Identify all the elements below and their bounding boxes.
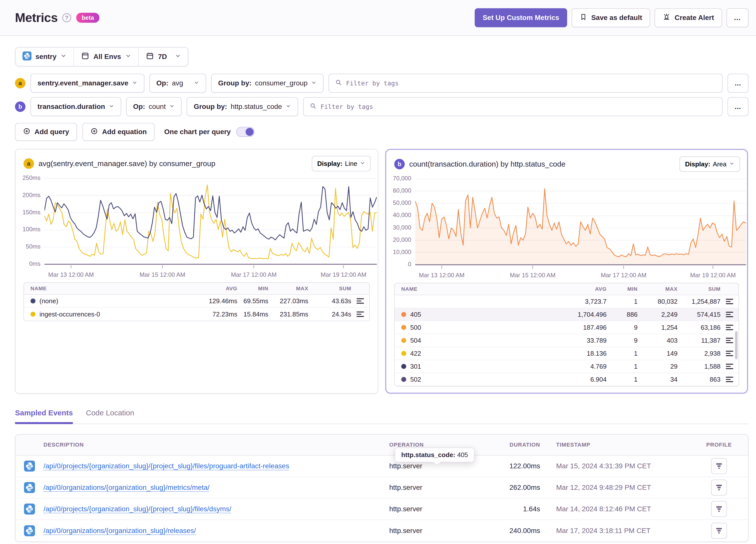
setup-custom-metrics-button[interactable]: Set Up Custom Metrics xyxy=(475,8,567,27)
area-chart[interactable]: 010,00020,00030,00040,00050,00060,00070,… xyxy=(386,176,746,278)
legend-column-sum[interactable]: SUM xyxy=(678,286,721,292)
series-name: 405 xyxy=(410,311,421,318)
chart-title: avg(sentry.event_manager.save) by consum… xyxy=(38,159,215,168)
series-name: ingest-occurrences-0 xyxy=(39,310,100,318)
y-axis-tick-label: 200ms xyxy=(15,192,40,199)
row-filter-icon[interactable] xyxy=(721,311,739,318)
legend-row[interactable]: 3,723.7180,0321,254,887 xyxy=(395,295,739,308)
one-chart-per-query-toggle[interactable] xyxy=(236,127,255,137)
legend-column-min[interactable]: MIN xyxy=(607,286,638,292)
legend-row[interactable]: ingest-occurrences-072.23ms15.84ms231.85… xyxy=(24,308,369,321)
series-stat: 403 xyxy=(638,337,678,344)
legend-row[interactable]: 5026.904134863 xyxy=(395,373,739,386)
row-filter-icon[interactable] xyxy=(351,311,369,317)
query-badge-a: a xyxy=(23,158,34,169)
column-description: DESCRIPTION xyxy=(43,442,389,448)
event-description-link[interactable]: /api/0/projects/{organization_slug}/{pro… xyxy=(43,462,289,470)
series-stat: 1 xyxy=(607,298,638,305)
legend-row[interactable]: 3014.7691291,588 xyxy=(395,360,739,373)
chart-panel-b-header: b count(transaction.duration) by http.st… xyxy=(386,150,747,172)
legend-scrollbar[interactable] xyxy=(735,331,738,359)
event-timestamp: Mar 15, 2024 4:31:39 PM CET xyxy=(540,462,690,470)
series-stat: 129.46ms xyxy=(190,297,237,305)
x-axis-tick-label: Mar 13 12:00 AM xyxy=(419,272,465,278)
python-project-icon xyxy=(15,482,43,493)
event-description-link[interactable]: /api/0/projects/{organization_slug}/{pro… xyxy=(43,505,231,513)
add-query-button[interactable]: Add query xyxy=(15,123,77,141)
row-filter-icon[interactable] xyxy=(721,376,739,383)
filter-by-tags-input[interactable]: Filter by tags xyxy=(329,74,723,93)
series-stat: 63,186 xyxy=(678,324,721,331)
series-stat: 1,704.496 xyxy=(559,311,607,318)
legend-column-avg[interactable]: AVG xyxy=(559,286,607,292)
op-select[interactable]: Op: count xyxy=(126,97,182,116)
series-stat: 24.34s xyxy=(308,310,351,318)
series-name: (none) xyxy=(39,297,58,305)
event-operation: http.server xyxy=(389,527,484,535)
chart-title: count(transaction.duration) by http.stat… xyxy=(409,160,565,168)
profile-button[interactable] xyxy=(711,501,727,517)
legend-row[interactable]: 4051,704.4968862,249574,415 xyxy=(395,308,739,321)
legend-column-max[interactable]: MAX xyxy=(268,285,308,291)
metric-select[interactable]: sentry.event_manager.save xyxy=(30,74,144,93)
date-range-selector[interactable]: 7D xyxy=(138,47,188,66)
y-axis-tick-label: 0ms xyxy=(15,260,40,267)
series-stat: 1 xyxy=(607,376,638,383)
help-icon[interactable]: ? xyxy=(62,13,71,22)
python-project-icon xyxy=(15,525,43,536)
profile-button[interactable] xyxy=(711,523,727,539)
legend-row[interactable]: 500187.49691,25463,186 xyxy=(395,321,739,334)
event-description-link[interactable]: /api/0/organizations/{organization_slug}… xyxy=(43,527,196,535)
query-b-more-button[interactable]: … xyxy=(728,97,749,116)
one-chart-per-query-label: One chart per query xyxy=(164,128,231,136)
row-filter-icon[interactable] xyxy=(721,363,739,370)
search-icon xyxy=(310,102,317,111)
calendar-icon xyxy=(146,52,154,62)
project-name: sentry xyxy=(35,53,56,61)
x-axis-tick-label: Mar 17 12:00 AM xyxy=(231,271,277,277)
group-by-select[interactable]: Group by: http.status_code xyxy=(187,97,298,116)
create-alert-button[interactable]: Create Alert xyxy=(655,8,722,27)
chart-panel-a: a avg(sentry.event_manager.save) by cons… xyxy=(15,149,378,394)
legend-column-sum[interactable]: SUM xyxy=(308,285,351,291)
legend-row[interactable]: 50433.789940311,387 xyxy=(395,334,739,347)
query-a-more-button[interactable]: … xyxy=(728,74,749,93)
profile-button[interactable] xyxy=(711,458,727,474)
profile-button[interactable] xyxy=(711,480,727,496)
series-name: 502 xyxy=(410,376,421,383)
query-actions: Add query Add equation One chart per que… xyxy=(15,123,749,141)
header-actions: Set Up Custom Metrics Save as default Cr… xyxy=(475,8,749,27)
metric-select[interactable]: transaction.duration xyxy=(30,97,121,116)
series-color-dot xyxy=(401,377,406,382)
row-filter-icon[interactable] xyxy=(351,298,369,304)
series-stat: 69.55ms xyxy=(237,297,268,305)
display-type-select[interactable]: Display: Area xyxy=(680,156,740,172)
project-selector[interactable]: sentry xyxy=(15,47,73,66)
row-filter-icon[interactable] xyxy=(721,298,739,305)
add-equation-button[interactable]: Add equation xyxy=(82,123,155,141)
legend-column-name[interactable]: NAME xyxy=(24,285,190,291)
filter-by-tags-input[interactable]: Filter by tags xyxy=(303,97,723,116)
legend-column-name[interactable]: NAME xyxy=(395,286,559,292)
legend-column-min[interactable]: MIN xyxy=(237,285,268,291)
group-by-select[interactable]: Group by: consumer_group xyxy=(211,74,324,93)
event-description-link[interactable]: /api/0/organizations/{organization_slug}… xyxy=(43,484,210,491)
line-chart[interactable]: 0ms50ms100ms150ms200ms250msMar 13 12:00 … xyxy=(15,175,377,277)
environment-selector[interactable]: All Envs xyxy=(73,47,138,66)
series-color-dot xyxy=(401,312,406,317)
legend-column-max[interactable]: MAX xyxy=(638,286,678,292)
legend-row[interactable]: 42218.13611492,938 xyxy=(395,347,739,360)
row-filter-icon[interactable] xyxy=(721,324,739,331)
content: sentry All Envs 7D a sentry.event_manage… xyxy=(0,36,756,542)
y-axis-tick-label: 150ms xyxy=(15,209,40,216)
legend-row[interactable]: (none)129.46ms69.55ms227.03ms43.63s xyxy=(24,295,369,308)
tab-code-location[interactable]: Code Location xyxy=(86,409,134,424)
save-as-default-button[interactable]: Save as default xyxy=(572,8,650,27)
tab-sampled-events[interactable]: Sampled Events xyxy=(15,409,73,424)
op-select[interactable]: Op: avg xyxy=(149,74,206,93)
display-type-select[interactable]: Display: Line xyxy=(312,156,371,171)
charts-row: a avg(sentry.event_manager.save) by cons… xyxy=(15,149,749,394)
legend-column-avg[interactable]: AVG xyxy=(190,285,237,291)
y-axis-tick-label: 100ms xyxy=(15,226,40,233)
header-more-button[interactable]: … xyxy=(727,8,749,27)
